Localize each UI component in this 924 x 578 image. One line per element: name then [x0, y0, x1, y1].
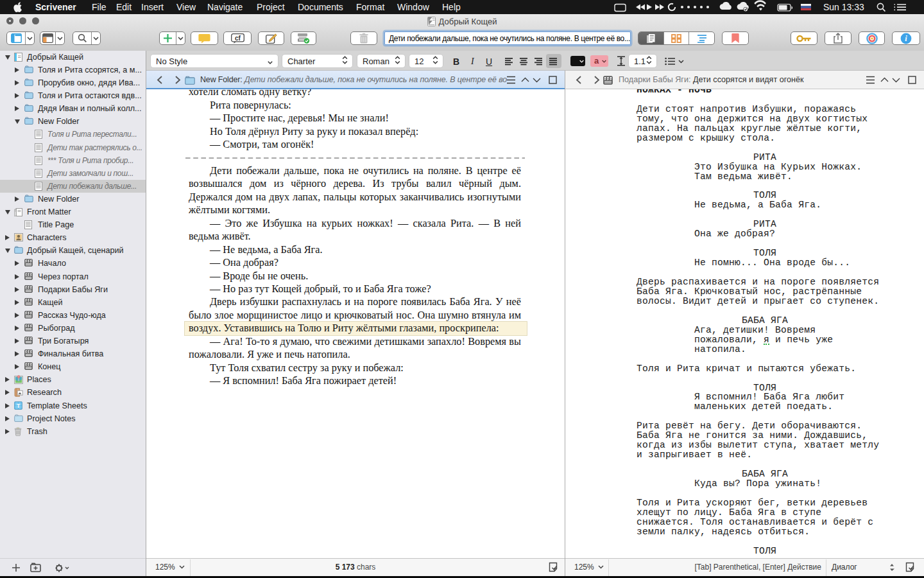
svg-text:i: i [905, 34, 907, 43]
svg-text:cf: cf [235, 34, 241, 41]
svg-text:T: T [17, 402, 21, 408]
